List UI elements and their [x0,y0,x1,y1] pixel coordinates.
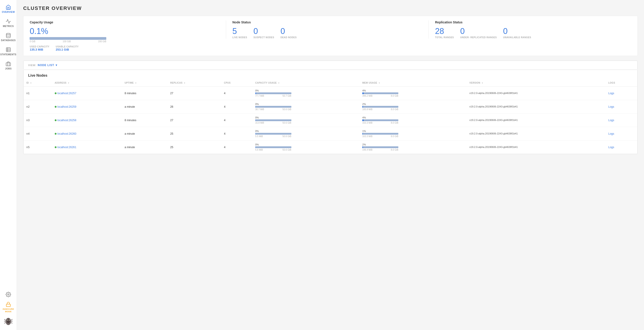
settings-icon [6,292,11,297]
node-address-link-1[interactable]: localhost:26259 [58,105,76,108]
sidebar-item-databases[interactable]: DATABASES [0,30,17,44]
dead-nodes-value: 0 [280,27,285,35]
live-nodes-table: ID ▼ ADDRESS ▼ UPTIME ▼ REPLICAS [24,79,637,154]
cell-id-2: n3 [24,114,52,127]
nodes-table-body: n1 localhost:26257 8 minutes 27 4 0% 77.… [24,87,637,154]
logs-link-0[interactable]: Logs [608,92,614,95]
capacity-bar-bg [30,37,106,40]
table-row: n5 localhost:26261 a minute 25 4 0% 5.6 … [24,141,637,154]
cell-address-4: localhost:26261 [52,141,122,154]
logs-link-2[interactable]: Logs [608,119,614,122]
sidebar: OVERVIEW METRICS DATABASES STATEMENTS JO… [0,0,17,330]
bar-label-0: 0 GiB [30,40,35,43]
sidebar-item-overview[interactable]: OVERVIEW [0,2,17,15]
sidebar-item-statements[interactable]: STATEMENTS [0,45,17,58]
svg-point-18 [7,320,8,320]
cell-version-2: v19.2.0-alpha.20190606-2243-gb4638f1b41 [467,114,606,127]
sidebar-label-overview: OVERVIEW [2,11,15,13]
col-replicas[interactable]: REPLICAS ▼ [168,79,221,87]
col-id[interactable]: ID ▼ [24,79,52,87]
table-row: n3 localhost:26258 8 minutes 27 4 0% 15.… [24,114,637,127]
sidebar-item-insecure[interactable]: INSECURE MODE [0,300,17,315]
mem-bar-1 [362,106,398,108]
capacity-usage-section: Capacity Usage 0.1% 0 GiB 100 GiB 200 Gi… [30,20,226,51]
suspect-nodes-stat: 0 SUSPECT NODES [254,27,274,39]
sidebar-label-metrics: METRICS [3,25,14,27]
col-address[interactable]: ADDRESS ▼ [52,79,122,87]
capacity-bar-container: 0 GiB 100 GiB 200 GiB [30,37,221,43]
cap-bar-4 [255,146,292,148]
cell-mem-usage-2: 4% 333.3 MiB 8.0 GiB [360,114,467,127]
capacity-usage-title: Capacity Usage [30,20,221,24]
capacity-percentage: 0.1% [30,27,221,35]
col-logs: LOGS [606,79,637,87]
cell-cpus-2: 4 [221,114,252,127]
capacity-bar [30,37,106,40]
svg-line-13 [11,319,12,320]
table-row: n1 localhost:26257 8 minutes 27 4 0% 77.… [24,87,637,100]
dead-nodes-stat: 0 DEAD NODES [280,27,297,39]
node-address-link-3[interactable]: localhost:26260 [58,132,76,135]
cap-bar-0 [255,92,292,94]
sidebar-item-metrics[interactable]: METRICS [0,16,17,30]
capacity-stats: USED CAPACITY 135.3 MiB USABLE CAPACITY … [30,45,221,51]
bar-label-1: 100 GiB [62,40,71,43]
total-ranges-value: 28 [435,27,444,35]
cell-cpus-0: 4 [221,87,252,100]
live-nodes-title: Live Nodes [24,70,637,79]
view-selector[interactable]: NODE LIST ▼ [38,64,58,67]
live-nodes-table-card: Live Nodes ID ▼ ADDRESS ▼ UPTIME [24,70,638,154]
cell-uptime-0: 8 minutes [122,87,168,100]
cell-logs-2: Logs [606,114,637,127]
cell-version-1: v19.2.0-alpha.20190606-2243-gb4638f1b41 [467,100,606,114]
col-capacity-usage[interactable]: CAPACITY USAGE ▼ [253,79,360,87]
cell-logs-4: Logs [606,141,637,154]
capacity-bar-labels: 0 GiB 100 GiB 200 GiB [30,40,106,43]
svg-line-11 [4,321,6,322]
node-list-wrapper: VIEW: NODE LIST ▼ Live Nodes ID ▼ ADDRES [23,60,638,154]
live-nodes-value: 5 [232,27,237,35]
col-mem-usage[interactable]: MEM USAGE ▼ [360,79,467,87]
cell-logs-0: Logs [606,87,637,100]
cell-mem-usage-4: 2% 196.4 MiB 8.0 GiB [360,141,467,154]
cell-id-0: n1 [24,87,52,100]
cell-mem-usage-0: 4% 396.2 MiB 8.0 GiB [360,87,467,100]
logs-link-1[interactable]: Logs [608,105,614,108]
sidebar-label-statements: STATEMENTS [0,53,16,56]
node-address-link-2[interactable]: localhost:26258 [58,119,76,122]
cap-bar-1 [255,106,292,108]
view-bar: VIEW: NODE LIST ▼ [24,61,638,70]
metrics-icon [6,19,11,24]
sidebar-label-jobs: JOBS [5,67,12,70]
cell-id-3: n4 [24,127,52,141]
cell-logs-1: Logs [606,100,637,114]
sort-icon-id: ▼ [30,82,32,84]
live-nodes-stat: 5 LIVE NODES [232,27,247,39]
sidebar-label-databases: DATABASES [1,39,16,42]
svg-rect-1 [6,48,10,52]
node-address-link-4[interactable]: localhost:26261 [58,146,76,149]
sidebar-item-settings[interactable] [0,290,17,300]
cell-cap-usage-2: 0% 15.8 MiB 50.6 GiB [253,114,360,127]
svg-line-12 [4,323,6,323]
col-cpus: CPUS [221,79,252,87]
col-version[interactable]: VERSION ▼ [467,79,606,87]
cell-mem-usage-1: 2% 185.8 MiB 8.0 GiB [360,100,467,114]
cell-id-1: n2 [24,100,52,114]
col-uptime[interactable]: UPTIME ▼ [122,79,168,87]
svg-line-15 [11,323,12,323]
total-ranges-label: TOTAL RANGES [435,36,454,39]
cockroach-logo [4,317,13,326]
logs-link-4[interactable]: Logs [608,146,614,149]
cell-address-2: localhost:26258 [52,114,122,127]
used-capacity-label: USED CAPACITY [30,45,49,48]
statements-icon [6,47,11,52]
svg-point-9 [7,319,10,323]
suspect-nodes-label: SUSPECT NODES [254,36,274,39]
logs-link-3[interactable]: Logs [608,132,614,135]
sidebar-item-jobs[interactable]: JOBS [0,59,17,72]
used-capacity-stat: USED CAPACITY 135.3 MiB [30,45,49,51]
cell-uptime-1: a minute [122,100,168,114]
cell-version-3: v19.2.0-alpha.20190606-2243-gb4638f1b41 [467,127,606,141]
node-address-link-0[interactable]: localhost:26257 [58,92,76,95]
